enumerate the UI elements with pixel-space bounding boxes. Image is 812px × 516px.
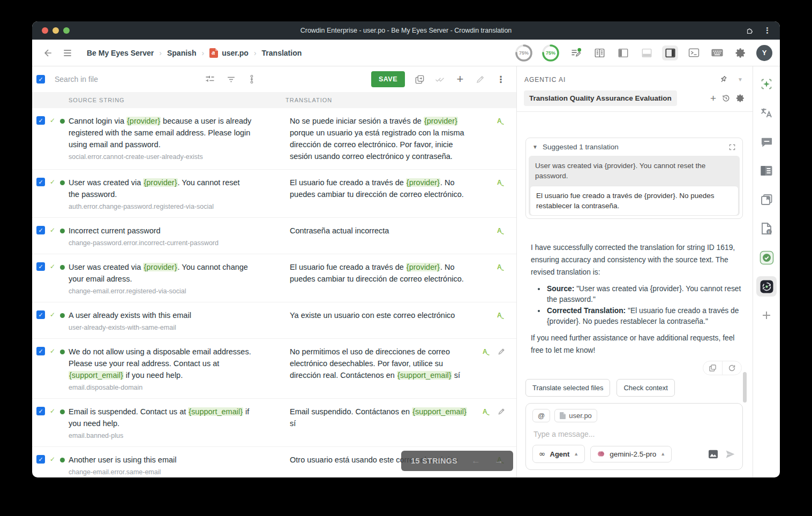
close-window-button[interactable] [42, 27, 48, 34]
translate-selected-files-button[interactable]: Translate selected files [525, 379, 610, 397]
file-context-icon[interactable]: i [756, 218, 777, 239]
browser-menu-icon[interactable]: ⋮ [763, 26, 771, 35]
table-row[interactable]: ✓✓We do not allow using a disposable ema… [32, 339, 516, 399]
table-row[interactable]: ✓✓Incorrect current passwordchange-passw… [32, 218, 516, 254]
hamburger-menu-icon[interactable] [62, 48, 73, 58]
ai-message-bullets: Source: "User was created via {provider}… [546, 284, 743, 327]
extensions-puzzle-icon[interactable] [746, 26, 755, 35]
zoom-window-button[interactable] [63, 27, 70, 34]
ai-conversation-tab[interactable]: Translation Quality Assurance Evaluation [524, 90, 677, 106]
table-row[interactable]: ✓✓A user already exists with this emailu… [32, 302, 516, 339]
breadcrumb-label: Spanish [167, 49, 196, 57]
minimize-window-button[interactable] [52, 27, 59, 34]
mention-button[interactable]: @ [532, 409, 550, 422]
attach-image-icon[interactable] [708, 450, 718, 459]
back-arrow-icon[interactable] [43, 48, 54, 58]
qa-check-icon[interactable]: A [482, 407, 491, 416]
breadcrumb-item-be-my-eyes-server[interactable]: Be My Eyes Server [87, 49, 154, 57]
chevron-right-icon: › [254, 49, 257, 57]
qa-check-icon[interactable]: A [497, 263, 506, 272]
row-checkbox[interactable]: ✓ [36, 407, 45, 415]
left-panel-view-icon[interactable] [615, 45, 631, 60]
infinity-icon: ∞ [539, 449, 546, 459]
user-avatar[interactable]: Y [756, 45, 772, 61]
column-gap [252, 454, 290, 476]
breadcrumb-item-user-po[interactable]: auser.po [209, 48, 249, 58]
editor-suggestions-icon[interactable] [568, 45, 584, 60]
translated-progress-ring[interactable]: 75% [514, 43, 533, 63]
collapse-suggestion-chevron-icon[interactable]: ▼ [532, 144, 538, 150]
approve-all-icon[interactable] [431, 71, 449, 87]
glossary-icon[interactable] [756, 189, 777, 210]
add-string-icon[interactable]: + [451, 71, 469, 87]
check-context-button[interactable]: Check context [616, 379, 674, 397]
table-header: SOURCE STRING TRANSLATION [32, 92, 516, 108]
string-key: user-already-exists-with-same-email [69, 324, 252, 331]
more-options-icon[interactable]: ⋮ [492, 71, 510, 87]
string-order-icon[interactable] [247, 74, 257, 85]
qa-check-icon[interactable]: A [497, 311, 506, 320]
new-conversation-icon[interactable]: + [710, 93, 716, 104]
row-checkbox[interactable]: ✓ [36, 226, 45, 234]
edit-translation-icon[interactable] [498, 347, 506, 355]
row-controls: ✓✓ [36, 309, 69, 331]
approved-dot-icon [60, 313, 65, 318]
qa-check-icon[interactable]: A [482, 347, 491, 356]
side-by-side-view-icon[interactable] [591, 45, 607, 60]
model-dropdown[interactable]: gemini-2.5-pro ▲ [590, 446, 672, 462]
row-checkbox[interactable]: ✓ [36, 347, 45, 355]
right-panel-view-icon[interactable] [662, 45, 678, 60]
console-icon[interactable] [686, 45, 702, 60]
settings-gear-icon[interactable] [733, 45, 749, 60]
comments-icon[interactable] [756, 132, 777, 152]
row-checkbox[interactable]: ✓ [36, 262, 45, 271]
advanced-filter-icon[interactable] [205, 74, 215, 85]
regenerate-response-icon[interactable] [722, 361, 741, 375]
qa-check-icon[interactable]: A [497, 178, 506, 187]
table-row[interactable]: ✓✓Email is suspended. Contact us at {sup… [32, 399, 516, 447]
file-context-chip[interactable]: user.po [554, 409, 597, 422]
copy-source-icon[interactable] [410, 71, 428, 87]
ai-settings-gear-icon[interactable] [736, 94, 745, 103]
translation-memory-icon[interactable] [756, 161, 777, 181]
agent-mode-dropdown[interactable]: ∞ Agent ▲ [532, 445, 585, 463]
keyboard-shortcuts-icon[interactable] [709, 45, 725, 60]
breadcrumb-item-spanish[interactable]: Spanish [167, 49, 196, 57]
approved-progress-ring[interactable]: 75% [541, 43, 560, 63]
source-cell: Incorrect current passwordchange-passwor… [69, 225, 252, 247]
breadcrumb-item-translation[interactable]: Translation [262, 49, 302, 57]
add-app-icon[interactable] [756, 305, 777, 325]
source-text: User was created via {provider}. You can… [69, 177, 252, 200]
qa-check-icon[interactable]: A [497, 226, 506, 236]
expand-suggestion-icon[interactable] [728, 143, 736, 151]
row-checkbox[interactable]: ✓ [36, 310, 45, 319]
select-all-checkbox[interactable]: ✓ [36, 75, 45, 84]
collapse-panel-chevron-icon[interactable]: ▼ [738, 77, 743, 82]
filter-icon[interactable] [226, 74, 236, 85]
search-input[interactable] [55, 75, 146, 84]
table-row[interactable]: ✓✓User was created via {provider}. You c… [32, 170, 516, 218]
qa-checks-app-icon[interactable] [756, 247, 777, 268]
agentic-ai-app-icon[interactable] [756, 276, 777, 297]
pin-panel-icon[interactable] [719, 75, 728, 84]
row-checkbox[interactable]: ✓ [36, 455, 45, 464]
table-row[interactable]: ✓✓User was created via {provider}. You c… [32, 254, 516, 302]
table-row[interactable]: ✓✓Cannot login via {provider} because a … [32, 108, 516, 170]
edit-string-icon[interactable] [471, 71, 490, 87]
qa-check-icon[interactable]: A [497, 117, 506, 126]
next-page-icon[interactable]: → [494, 456, 503, 466]
message-input[interactable] [533, 430, 737, 438]
translate-icon[interactable] [756, 103, 777, 123]
row-checkbox[interactable]: ✓ [36, 178, 45, 186]
bottom-panel-view-icon[interactable] [638, 45, 655, 60]
edit-translation-icon[interactable] [498, 407, 506, 415]
suggestion-source-text: User was created via {provider}. You can… [529, 161, 740, 186]
previous-page-icon[interactable]: ← [471, 456, 480, 466]
panel-scrollbar[interactable] [743, 372, 747, 403]
history-icon[interactable] [721, 94, 731, 103]
copy-response-icon[interactable] [703, 361, 722, 375]
send-message-icon[interactable] [725, 449, 736, 459]
save-button[interactable]: SAVE [371, 71, 405, 87]
row-checkbox[interactable]: ✓ [36, 116, 45, 125]
ai-suggestions-icon[interactable] [756, 74, 777, 94]
